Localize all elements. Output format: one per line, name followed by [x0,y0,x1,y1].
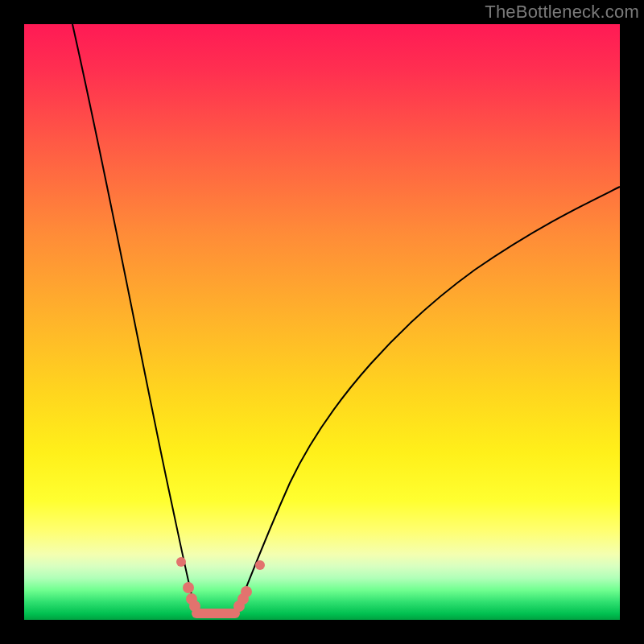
marker-dot [183,582,194,593]
marker-dot [255,560,265,570]
marker-dots [176,557,265,612]
watermark-text: TheBottleneck.com [485,2,639,23]
marker-dot [176,557,186,567]
chart-canvas [24,24,620,620]
bottleneck-curve [24,24,620,620]
curve-left [72,24,196,614]
marker-dot [189,601,200,612]
curve-right [235,187,620,614]
marker-dot [241,586,252,597]
